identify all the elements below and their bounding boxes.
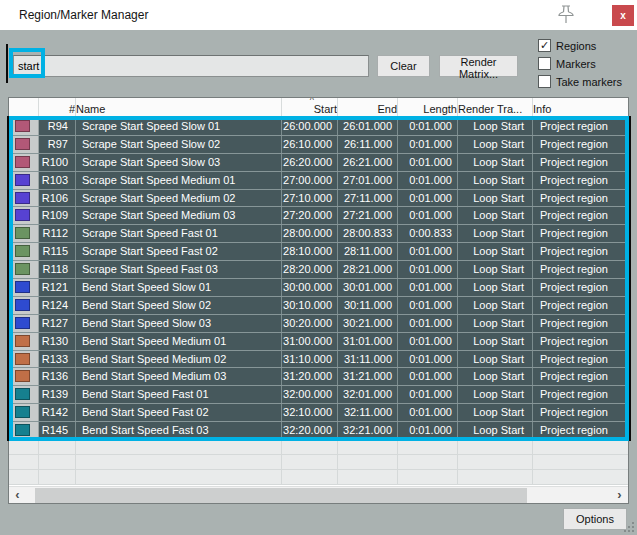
annotation-shadow-selection-right <box>629 116 631 441</box>
cell-render: Loop Start <box>458 261 533 278</box>
region-color-swatch <box>15 317 30 329</box>
cell-render: Loop Start <box>458 315 533 332</box>
table-row[interactable]: R112Scrape Start Speed Fast 0128:00.0002… <box>9 225 628 243</box>
column-header-end[interactable]: End <box>338 98 398 117</box>
checkbox-take-markers[interactable]: Take markers <box>538 73 622 90</box>
checkbox-regions[interactable]: ✓Regions <box>538 37 622 54</box>
empty-cell <box>458 470 533 484</box>
table-row[interactable]: R97Scrape Start Speed Slow 0226:10.00026… <box>9 136 628 154</box>
checkbox-unchecked-icon <box>538 75 551 88</box>
table-row[interactable]: R124Bend Start Speed Slow 0230:10.00030:… <box>9 297 628 315</box>
region-color-swatch <box>15 209 30 221</box>
checkbox-checked-icon: ✓ <box>538 39 551 52</box>
cell-end: 27:01.000 <box>338 172 398 189</box>
cell-end: 32:11.000 <box>338 404 398 421</box>
table-row[interactable]: R127Bend Start Speed Slow 0330:20.00030:… <box>9 315 628 333</box>
table-row[interactable]: R118Scrape Start Speed Fast 0328:20.0002… <box>9 261 628 279</box>
cell-start: 31:00.000 <box>282 333 338 350</box>
cell-number: R112 <box>39 225 76 242</box>
cell-number: R109 <box>39 207 76 224</box>
table-row[interactable]: R142Bend Start Speed Fast 0232:10.00032:… <box>9 404 628 422</box>
table-row[interactable]: R130Bend Start Speed Medium 0131:00.0003… <box>9 333 628 351</box>
cell-length: 0:01.000 <box>398 404 458 421</box>
empty-row <box>9 440 628 455</box>
column-header-name[interactable]: Name <box>76 98 282 117</box>
cell-render: Loop Start <box>458 386 533 403</box>
resize-grip-icon[interactable] <box>632 530 634 532</box>
cell-start: 28:10.000 <box>282 243 338 260</box>
cell-end: 30:11.000 <box>338 297 398 314</box>
table-row[interactable]: R145Bend Start Speed Fast 0332:20.00032:… <box>9 422 628 440</box>
cell-name: Scrape Start Speed Slow 03 <box>76 154 282 171</box>
close-button[interactable]: x <box>612 5 634 26</box>
cell-info: Project region <box>533 243 628 260</box>
horizontal-scrollbar[interactable]: ‹ › <box>9 486 628 503</box>
table-row[interactable]: R106Scrape Start Speed Medium 0227:10.00… <box>9 190 628 208</box>
empty-cell <box>338 455 398 469</box>
cell-number: R136 <box>39 368 76 385</box>
scroll-right-arrow[interactable]: › <box>611 487 628 503</box>
column-header-start[interactable]: Start^ <box>282 98 338 117</box>
column-header-label: # <box>69 103 75 115</box>
scroll-left-arrow[interactable]: ‹ <box>9 487 26 503</box>
dock-pin-icon[interactable] <box>556 4 576 26</box>
table-row[interactable]: R115Scrape Start Speed Fast 0228:10.0002… <box>9 243 628 261</box>
region-color-swatch <box>15 227 30 239</box>
scrollbar-thumb[interactable] <box>35 488 527 503</box>
cell-info: Project region <box>533 225 628 242</box>
cell-end: 27:21.000 <box>338 207 398 224</box>
empty-cell <box>458 455 533 469</box>
title-bar: Region/Marker Manager x <box>0 0 637 30</box>
cell-name: Bend Start Speed Medium 03 <box>76 368 282 385</box>
cell-number: R97 <box>39 136 76 153</box>
region-color-swatch <box>15 263 30 275</box>
cell-render: Loop Start <box>458 207 533 224</box>
column-header-color[interactable] <box>9 98 39 117</box>
column-header-length[interactable]: Length <box>398 98 458 117</box>
table-row[interactable]: R109Scrape Start Speed Medium 0327:20.00… <box>9 207 628 225</box>
clear-button[interactable]: Clear <box>377 55 430 77</box>
cell-info: Project region <box>533 297 628 314</box>
region-list: #NameStart^EndLengthRender Tra...Info R9… <box>8 97 629 504</box>
region-color-swatch <box>15 299 30 311</box>
cell-end: 27:11.000 <box>338 190 398 207</box>
render-matrix-button[interactable]: Render Matrix... <box>439 55 518 77</box>
cell-render: Loop Start <box>458 351 533 368</box>
table-row[interactable]: R103Scrape Start Speed Medium 0127:00.00… <box>9 172 628 190</box>
cell-render: Loop Start <box>458 136 533 153</box>
table-row[interactable]: R94Scrape Start Speed Slow 0126:00.00026… <box>9 118 628 136</box>
cell-number: R145 <box>39 422 76 439</box>
table-row[interactable]: R136Bend Start Speed Medium 0331:20.0003… <box>9 368 628 386</box>
cell-name: Bend Start Speed Slow 03 <box>76 315 282 332</box>
region-color-swatch <box>15 406 30 418</box>
cell-number: R121 <box>39 279 76 296</box>
cell-length: 0:01.000 <box>398 243 458 260</box>
annotation-shadow-filter <box>6 44 8 83</box>
table-row[interactable]: R121Bend Start Speed Slow 0130:00.00030:… <box>9 279 628 297</box>
column-header-number[interactable]: # <box>39 98 76 117</box>
column-header-render[interactable]: Render Tra... <box>458 98 533 117</box>
region-color-swatch <box>15 174 30 186</box>
sort-ascending-icon: ^ <box>310 98 314 105</box>
cell-info: Project region <box>533 404 628 421</box>
table-row[interactable]: R139Bend Start Speed Fast 0132:00.00032:… <box>9 386 628 404</box>
cell-number: R124 <box>39 297 76 314</box>
cell-render: Loop Start <box>458 404 533 421</box>
options-button[interactable]: Options <box>563 508 627 530</box>
cell-info: Project region <box>533 118 628 135</box>
table-row[interactable]: R133Bend Start Speed Medium 0231:10.0003… <box>9 351 628 369</box>
checkbox-markers[interactable]: Markers <box>538 55 622 72</box>
cell-start: 28:20.000 <box>282 261 338 278</box>
cell-info: Project region <box>533 279 628 296</box>
cell-start: 32:20.000 <box>282 422 338 439</box>
cell-name: Bend Start Speed Slow 02 <box>76 297 282 314</box>
cell-render: Loop Start <box>458 225 533 242</box>
empty-cell <box>76 470 282 484</box>
cell-number: R103 <box>39 172 76 189</box>
cell-render: Loop Start <box>458 422 533 439</box>
cell-color <box>9 136 39 153</box>
filter-input[interactable] <box>13 55 369 77</box>
empty-cell <box>39 470 76 484</box>
column-header-info[interactable]: Info <box>533 98 628 117</box>
table-row[interactable]: R100Scrape Start Speed Slow 0326:20.0002… <box>9 154 628 172</box>
